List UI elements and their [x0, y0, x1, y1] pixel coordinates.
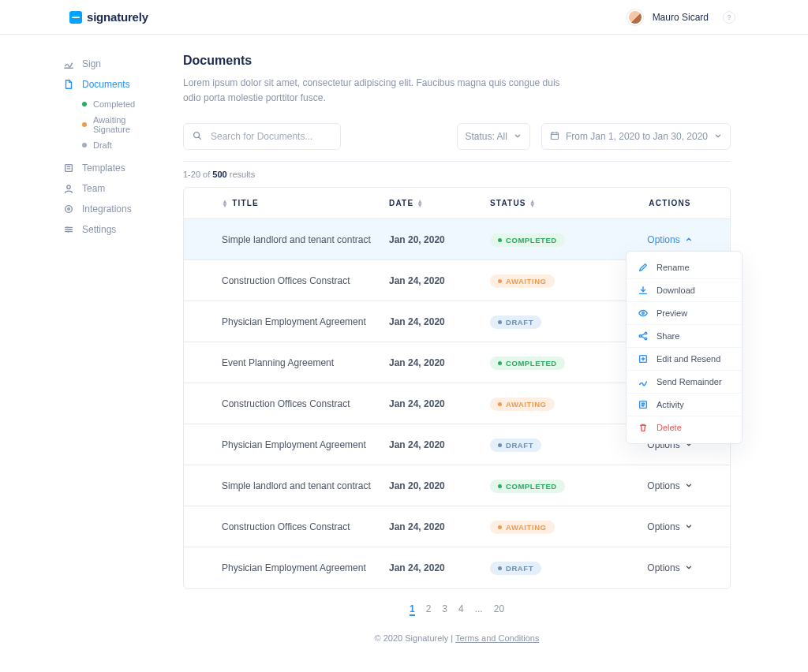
status-badge: DRAFT: [490, 562, 541, 575]
avatar[interactable]: [627, 9, 643, 25]
sidebar-item-integrations[interactable]: Integrations: [63, 199, 158, 219]
dropdown-item-label: Edit and Resend: [656, 354, 720, 364]
row-date: Jan 24, 2020: [389, 357, 484, 368]
dropdown-item-eye[interactable]: Preview: [627, 301, 742, 324]
sidebar-item-team[interactable]: Team: [63, 178, 158, 199]
search-input[interactable]: [209, 130, 332, 143]
search-input-wrap[interactable]: [183, 123, 341, 150]
logo-mark-icon: [69, 11, 82, 24]
dropdown-item-label: Rename: [656, 263, 690, 272]
sort-icon: ▲▼: [529, 200, 537, 207]
status-dot-icon: [498, 361, 502, 365]
sidebar-sub-label: Draft: [93, 140, 112, 150]
options-dropdown: RenameDownloadPreviewShareEdit and Resen…: [626, 251, 743, 444]
svg-rect-9: [551, 133, 558, 139]
dropdown-item-edit-resend[interactable]: Edit and Resend: [627, 347, 742, 370]
dropdown-item-trash[interactable]: Delete: [627, 416, 742, 439]
footer: © 2020 Signaturely | Terms and Condition…: [183, 616, 731, 654]
options-button[interactable]: Options: [647, 480, 692, 491]
team-icon: [63, 183, 74, 194]
sidebar-sub-awaiting[interactable]: Awaiting Signature: [82, 112, 158, 137]
row-status: COMPLETED: [490, 356, 616, 370]
options-button[interactable]: Options: [647, 234, 692, 245]
sort-icon: ▲▼: [222, 200, 229, 207]
pagination: 1234...20: [183, 603, 731, 616]
help-icon[interactable]: ?: [723, 11, 735, 24]
row-title: Event Planning Agreement: [222, 357, 383, 368]
sidebar-item-templates[interactable]: Templates: [63, 158, 158, 178]
dropdown-item-label: Share: [656, 331, 679, 341]
date-range-filter[interactable]: From Jan 1, 2020 to Jan 30, 2020: [541, 123, 731, 150]
pagination-page[interactable]: 20: [494, 603, 504, 616]
dropdown-item-reminder[interactable]: Send Remainder: [627, 370, 742, 393]
sidebar-sub-completed[interactable]: Completed: [82, 96, 158, 112]
row-title: Construction Offices Constract: [222, 521, 383, 532]
sidebar-item-sign[interactable]: Sign: [63, 54, 158, 74]
sidebar-item-documents[interactable]: Documents: [63, 74, 158, 95]
table-row: Construction Offices Constract Jan 24, 2…: [184, 506, 730, 547]
dropdown-item-label: Send Remainder: [656, 377, 722, 386]
options-label: Options: [647, 234, 679, 245]
status-dot-icon: [498, 525, 502, 529]
user-menu[interactable]: Mauro Sicard: [653, 12, 713, 23]
date-range-label: From Jan 1, 2020 to Jan 30, 2020: [566, 131, 708, 142]
status-filter[interactable]: Status: All: [457, 123, 530, 150]
dropdown-item-label: Activity: [656, 400, 684, 409]
row-title: Construction Offices Constract: [222, 275, 383, 286]
options-button[interactable]: Options: [647, 562, 692, 573]
column-date[interactable]: DATE▲▼: [389, 199, 484, 207]
sidebar-sub-draft[interactable]: Draft: [82, 137, 158, 153]
pagination-page[interactable]: 1: [410, 603, 415, 616]
row-status: COMPLETED: [490, 479, 616, 493]
footer-terms-link[interactable]: Terms and Conditions: [455, 633, 539, 643]
dropdown-item-activity[interactable]: Activity: [627, 393, 742, 416]
svg-point-6: [67, 231, 69, 233]
status-badge: COMPLETED: [490, 233, 565, 247]
pagination-ellipsis: ...: [475, 603, 483, 616]
sidebar: Sign Documents Completed Awaiting Signat…: [0, 35, 164, 672]
pagination-page[interactable]: 3: [442, 603, 447, 616]
sidebar-item-label: Team: [82, 183, 150, 194]
dropdown-item-share[interactable]: Share: [627, 324, 742, 347]
chevron-down-icon: [714, 131, 722, 142]
status-dot-icon: [498, 238, 502, 242]
status-badge: DRAFT: [490, 439, 541, 452]
page-description: Lorem ipsum dolor sit amet, consectetur …: [183, 76, 578, 106]
table-row: Simple landlord and tenant contract Jan …: [184, 219, 730, 260]
row-status: COMPLETED: [490, 233, 616, 247]
pagination-page[interactable]: 4: [458, 603, 464, 616]
dropdown-item-pencil[interactable]: Rename: [627, 256, 742, 278]
sign-icon: [63, 58, 74, 69]
row-title: Physician Employment Agreement: [222, 439, 383, 450]
document-icon: [63, 79, 74, 90]
status-dot-icon: [498, 484, 502, 488]
svg-point-5: [69, 229, 71, 230]
row-status: AWAITING: [490, 397, 616, 411]
pencil-icon: [638, 262, 649, 273]
status-dot-icon: [82, 122, 87, 127]
dropdown-item-download[interactable]: Download: [627, 278, 742, 301]
filter-bar: Status: All From Jan 1, 2020 to Jan 30, …: [183, 123, 731, 150]
column-title[interactable]: ▲▼TITLE: [222, 199, 383, 207]
pagination-page[interactable]: 2: [426, 603, 432, 616]
dropdown-item-label: Delete: [656, 423, 682, 432]
column-status[interactable]: STATUS▲▼: [490, 199, 616, 207]
brand-logo[interactable]: signaturely: [13, 10, 148, 24]
chevron-down-icon: [685, 562, 693, 573]
reminder-icon: [638, 376, 649, 387]
row-title: Simple landlord and tenant contract: [222, 480, 383, 491]
edit-resend-icon: [638, 353, 649, 364]
status-dot-icon: [82, 143, 87, 147]
row-status: AWAITING: [490, 274, 616, 288]
status-badge: COMPLETED: [490, 357, 565, 370]
row-status: DRAFT: [490, 315, 616, 329]
svg-rect-0: [65, 165, 73, 172]
sidebar-item-settings[interactable]: Settings: [63, 219, 158, 240]
sort-icon: ▲▼: [417, 200, 424, 207]
search-icon: [192, 130, 203, 144]
sidebar-item-label: Settings: [82, 224, 150, 235]
options-button[interactable]: Options: [647, 521, 692, 532]
chevron-up-icon: [685, 234, 693, 245]
integrations-icon: [63, 203, 74, 215]
row-title: Construction Offices Constract: [222, 398, 383, 409]
